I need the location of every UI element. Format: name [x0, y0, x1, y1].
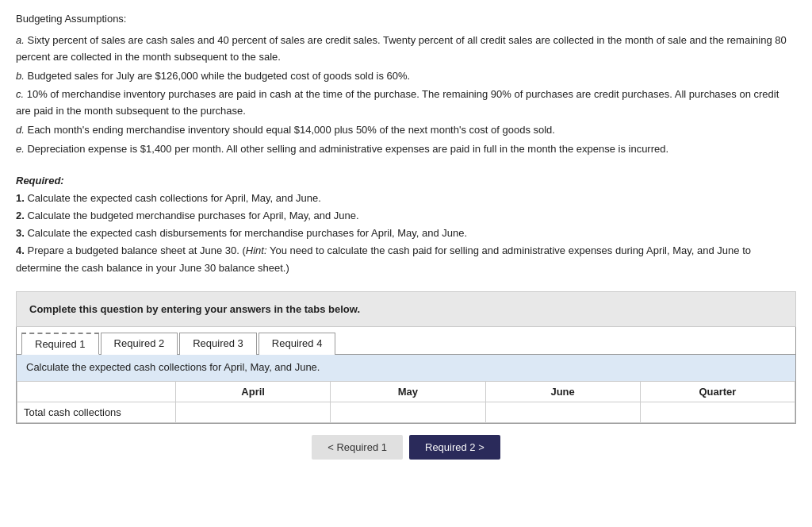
assumption-c: c. 10% of merchandise inventory purchase…	[16, 87, 796, 120]
col-header-april: April	[176, 382, 331, 402]
required-title: Required:	[16, 175, 64, 187]
tab-required-4[interactable]: Required 4	[259, 333, 336, 355]
col-header-quarter: Quarter	[640, 382, 795, 402]
tabs-container: Required 1 Required 2 Required 3 Require…	[16, 327, 796, 424]
next-button[interactable]: Required 2 >	[409, 435, 500, 460]
required-section: Required: 1. Calculate the expected cash…	[16, 172, 796, 278]
june-input[interactable]	[492, 406, 634, 418]
tabs-row: Required 1 Required 2 Required 3 Require…	[17, 327, 795, 355]
input-quarter[interactable]	[640, 402, 795, 423]
tab-required-1[interactable]: Required 1	[21, 333, 99, 355]
required-2: 2. Calculate the budgeted merchandise pu…	[16, 207, 796, 225]
assumption-d: d. Each month's ending merchandise inven…	[16, 122, 796, 139]
table-row: Total cash collections	[17, 402, 795, 423]
col-header-label	[17, 382, 176, 402]
assumption-a: a. Sixty percent of sales are cash sales…	[16, 33, 796, 66]
table-container: April May June Quarter Total cash collec…	[17, 381, 795, 423]
col-header-may: May	[331, 382, 485, 402]
april-input[interactable]	[182, 406, 324, 418]
tab-required-2[interactable]: Required 2	[101, 333, 178, 355]
quarter-input[interactable]	[647, 406, 788, 418]
required-3: 3. Calculate the expected cash disbursem…	[16, 225, 796, 242]
complete-box: Complete this question by entering your …	[16, 291, 796, 327]
required-1: 1. Calculate the expected cash collectio…	[16, 190, 796, 207]
tab-required-3[interactable]: Required 3	[179, 333, 257, 355]
required-4: 4. Prepare a budgeted balance sheet at J…	[16, 242, 796, 277]
assumption-e: e. Depreciation expense is $1,400 per mo…	[16, 141, 796, 158]
assumptions-list: a. Sixty percent of sales are cash sales…	[16, 33, 796, 158]
input-may[interactable]	[331, 402, 485, 423]
input-june[interactable]	[485, 402, 640, 423]
nav-buttons: < Required 1 Required 2 >	[16, 424, 796, 466]
col-header-june: June	[485, 382, 640, 402]
input-april[interactable]	[176, 402, 331, 423]
cash-collections-table: April May June Quarter Total cash collec…	[17, 381, 795, 423]
prev-button[interactable]: < Required 1	[312, 435, 403, 460]
row-label-total-cash: Total cash collections	[17, 402, 176, 423]
assumption-b: b. Budgeted sales for July are $126,000 …	[16, 68, 796, 85]
tab-description: Calculate the expected cash collections …	[17, 355, 795, 381]
section-title: Budgeting Assumptions:	[16, 13, 796, 25]
may-input[interactable]	[337, 406, 478, 418]
